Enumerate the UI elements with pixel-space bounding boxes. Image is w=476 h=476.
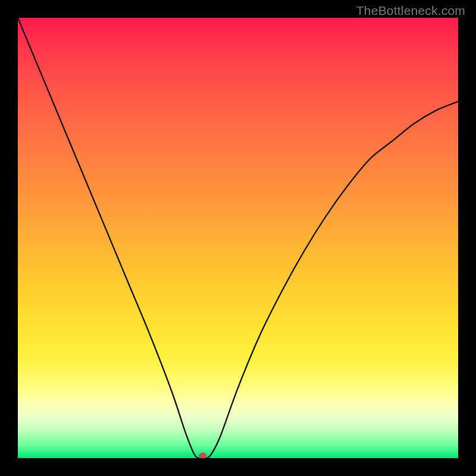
bottleneck-curve-path [18, 18, 458, 458]
plot-area [18, 18, 458, 458]
minimum-marker [199, 453, 206, 458]
attribution-label: TheBottleneck.com [356, 4, 465, 18]
curve-svg [18, 18, 458, 458]
chart-container: TheBottleneck.com [0, 0, 476, 476]
